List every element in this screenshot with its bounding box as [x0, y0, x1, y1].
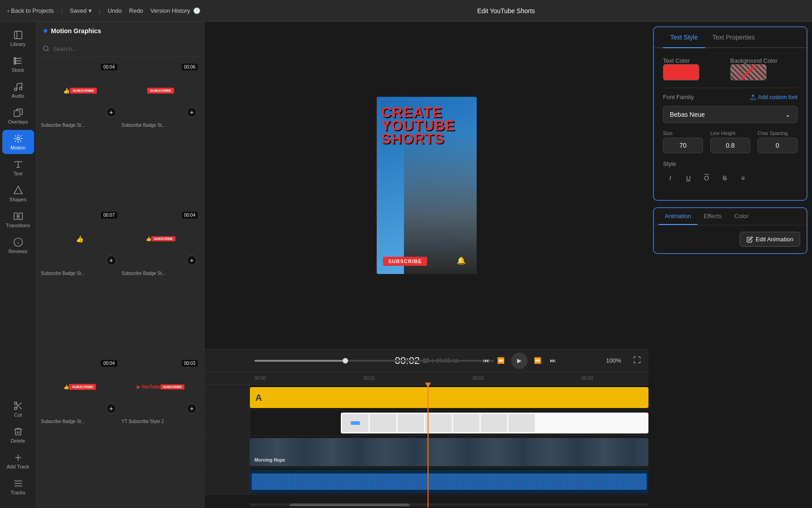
top-bar: ‹ Back to Projects | Saved ▾ | Undo Redo…	[0, 0, 812, 22]
track-row-audio	[204, 468, 648, 495]
undo-button[interactable]: Undo	[108, 7, 122, 14]
audio-track-block[interactable]	[250, 470, 648, 493]
fullscreen-button[interactable]	[633, 356, 641, 365]
skip-start-button[interactable]: ⏮	[481, 355, 491, 366]
svg-rect-11	[19, 213, 22, 220]
track-row-motion	[204, 410, 648, 436]
grid-item-3[interactable]: 👍 00:07 +	[40, 209, 120, 269]
track-label-video	[204, 436, 250, 467]
tab-color[interactable]: Color	[728, 208, 755, 225]
grid-time-2: 00:06	[182, 64, 198, 70]
char-spacing-input[interactable]	[757, 138, 797, 153]
add-custom-font-button[interactable]: Add custom font	[750, 94, 797, 100]
track-content-video[interactable]: Morning Hope	[250, 436, 648, 467]
tab-effects[interactable]: Effects	[697, 208, 728, 225]
grid-item-wrapper-6: ▶ YouTube SUBSCRIBE 00:03 + YT Subscribe…	[121, 357, 201, 504]
grid-time-6: 00:03	[182, 360, 198, 367]
search-bar	[36, 40, 204, 57]
sidebar-item-motion[interactable]: Motion	[2, 130, 34, 154]
grid-item-2[interactable]: SUBSCRIBE 00:06 +	[121, 61, 201, 121]
svg-rect-0	[14, 31, 22, 39]
underline-button[interactable]: U	[681, 171, 696, 185]
track-content-text[interactable]: A	[250, 385, 648, 410]
grid-add-2[interactable]: +	[187, 107, 197, 117]
svg-point-14	[14, 407, 17, 410]
sidebar-item-stock[interactable]: Stock	[2, 52, 34, 76]
sidebar-label-audio: Audio	[11, 93, 24, 99]
grid-add-4[interactable]: +	[187, 255, 197, 265]
video-preview-inner: CREATE YOUTUBE SHORTS SUBSCRIBE 🔔	[377, 97, 477, 274]
icon-sidebar: Library Stock Audio Overlays Motion Text…	[0, 22, 36, 508]
edit-animation-button[interactable]: Edit Animation	[740, 232, 800, 247]
sidebar-item-reviews[interactable]: Reviews	[2, 234, 34, 258]
play-button[interactable]: ▶	[511, 353, 528, 369]
grid-item-4[interactable]: 👍 SUBSCRIBE 00:04 +	[121, 209, 201, 269]
zoom-level: 100%	[606, 357, 621, 364]
text-color-swatch[interactable]	[663, 64, 699, 80]
delete-action[interactable]: Delete	[2, 423, 34, 447]
svg-rect-10	[14, 213, 17, 220]
sidebar-item-library[interactable]: Library	[2, 26, 34, 50]
sidebar-item-shapes[interactable]: Shapes	[2, 182, 34, 206]
main-layout: Library Stock Audio Overlays Motion Text…	[0, 22, 812, 508]
bg-color-swatch[interactable]	[730, 64, 767, 80]
add-track-action[interactable]: Add Track	[2, 449, 34, 473]
text-track-block[interactable]: A	[250, 387, 648, 408]
version-history-button[interactable]: Version History 🕐	[150, 7, 200, 14]
grid-time-3: 00:07	[101, 212, 117, 219]
sidebar-item-audio[interactable]: Audio	[2, 78, 34, 102]
sidebar-item-text[interactable]: Text	[2, 156, 34, 180]
svg-point-23	[44, 46, 48, 50]
sidebar-label-stock: Stock	[12, 67, 25, 73]
svg-line-17	[16, 404, 18, 406]
strikethrough-button[interactable]: S	[717, 171, 732, 185]
preview-canvas: CREATE YOUTUBE SHORTS SUBSCRIBE 🔔	[204, 22, 648, 349]
track-content-audio[interactable]	[250, 468, 648, 494]
char-spacing-field: Char Spacing	[757, 130, 797, 153]
font-select-dropdown[interactable]: Bebas Neue ⌄	[663, 106, 797, 123]
skip-end-button[interactable]: ⏭	[548, 355, 558, 366]
align-button[interactable]: ≡	[736, 171, 750, 185]
grid-add-6[interactable]: +	[187, 403, 197, 413]
grid-item-5[interactable]: 👍 SUBSCRIBE 00:04 +	[40, 357, 120, 417]
grid-time-5: 00:04	[101, 360, 117, 367]
sidebar-item-overlays[interactable]: Overlays	[2, 104, 34, 128]
grid-add-3[interactable]: +	[106, 255, 116, 265]
line-height-input[interactable]	[710, 138, 750, 153]
cut-action[interactable]: Cut	[2, 397, 34, 421]
subscribe-btn: SUBSCRIBE	[383, 257, 428, 266]
tracks-action[interactable]: Tracks	[2, 475, 34, 499]
grid-time-4: 00:04	[182, 212, 198, 219]
fast-forward-button[interactable]: ⏩	[532, 355, 543, 366]
italic-button[interactable]: I	[663, 171, 677, 185]
grid-item-6[interactable]: ▶ YouTube SUBSCRIBE 00:03 +	[121, 357, 201, 417]
svg-line-24	[47, 50, 49, 51]
right-panel: Text Style Text Properties Text Color Ba…	[653, 26, 807, 201]
back-button[interactable]: ‹ Back to Projects	[7, 7, 54, 14]
search-input[interactable]	[53, 45, 198, 52]
timeline-scrollbar[interactable]	[250, 503, 648, 506]
svg-point-6	[19, 87, 22, 90]
tab-text-properties[interactable]: Text Properties	[705, 27, 762, 48]
redo-button[interactable]: Redo	[129, 7, 143, 14]
tab-animation[interactable]: Animation	[658, 208, 697, 225]
overline-button[interactable]: O	[699, 171, 714, 185]
track-content-motion[interactable]	[250, 410, 648, 435]
size-row: Size Line Height Char Spacing	[663, 130, 797, 153]
grid-item-wrapper-5: 👍 SUBSCRIBE 00:04 + Subscribe Badge St..…	[40, 357, 120, 504]
sidebar-item-transitions[interactable]: Transitions	[2, 208, 34, 232]
grid-add-5[interactable]: +	[106, 403, 116, 413]
grid-item-1[interactable]: 👍 SUBSCRIBE 00:04 +	[40, 61, 120, 121]
tab-text-style[interactable]: Text Style	[663, 27, 705, 48]
grid-add-1[interactable]: +	[106, 107, 116, 117]
grid-label-2: Subscribe Badge St...	[121, 123, 201, 128]
motion-track-block[interactable]	[341, 413, 648, 433]
grid-item-wrapper-3: 👍 00:07 + Subscribe Badge St...	[40, 209, 120, 356]
style-label: Style	[663, 160, 797, 167]
animation-panel: Animation Effects Color Edit Animation	[653, 207, 807, 254]
transport-bar: 00:02 19 | 00:05 00 ⏮ ⏪ ▶ ⏩ ⏭ 100%	[204, 349, 648, 372]
rewind-button[interactable]: ⏪	[495, 355, 507, 366]
video-track-block[interactable]	[250, 438, 648, 466]
size-input[interactable]	[663, 138, 703, 153]
right-panel-tabs: Text Style Text Properties	[654, 27, 807, 48]
